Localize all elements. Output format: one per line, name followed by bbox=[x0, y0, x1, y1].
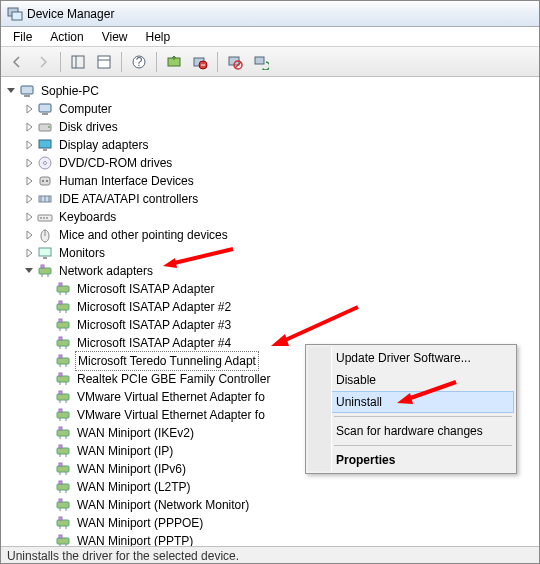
dvd-icon bbox=[37, 155, 53, 171]
network-adapter-icon bbox=[55, 407, 71, 423]
context-menu-gutter bbox=[308, 347, 332, 471]
expand-spacer bbox=[41, 517, 53, 529]
svg-rect-45 bbox=[57, 286, 69, 292]
disable-button[interactable] bbox=[223, 50, 247, 74]
hid-icon bbox=[37, 173, 53, 189]
category-label: Keyboards bbox=[57, 208, 118, 226]
category-label: Computer bbox=[57, 100, 114, 118]
svg-rect-36 bbox=[46, 217, 48, 219]
network-icon bbox=[37, 263, 53, 279]
category-mice[interactable]: Mice and other pointing devices bbox=[23, 226, 535, 244]
device-tree[interactable]: Sophie-PC ComputerDisk drivesDisplay ada… bbox=[5, 82, 535, 546]
root-node[interactable]: Sophie-PC bbox=[5, 82, 535, 100]
monitors-icon bbox=[37, 245, 53, 261]
show-hide-tree-button[interactable] bbox=[66, 50, 90, 74]
svg-rect-53 bbox=[57, 322, 69, 328]
expand-icon[interactable] bbox=[23, 139, 35, 151]
svg-rect-98 bbox=[59, 517, 62, 520]
expand-icon[interactable] bbox=[23, 103, 35, 115]
device-item[interactable]: Microsoft ISATAP Adapter #3 bbox=[41, 316, 535, 334]
expand-icon[interactable] bbox=[23, 229, 35, 241]
expand-icon[interactable] bbox=[23, 265, 35, 277]
expand-spacer bbox=[41, 355, 53, 367]
device-label: WAN Miniport (IKEv2) bbox=[75, 424, 196, 442]
svg-rect-17 bbox=[24, 95, 30, 97]
network-adapter-icon bbox=[55, 353, 71, 369]
device-item[interactable]: Microsoft ISATAP Adapter #2 bbox=[41, 298, 535, 316]
toolbar-separator bbox=[217, 52, 218, 72]
expand-icon[interactable] bbox=[23, 211, 35, 223]
disk-icon bbox=[37, 119, 53, 135]
expand-spacer bbox=[41, 427, 53, 439]
forward-button[interactable] bbox=[31, 50, 55, 74]
device-item[interactable]: Microsoft ISATAP Adapter bbox=[41, 280, 535, 298]
properties-button[interactable] bbox=[92, 50, 116, 74]
menu-help[interactable]: Help bbox=[138, 28, 179, 46]
device-label: Microsoft ISATAP Adapter #4 bbox=[75, 334, 233, 352]
svg-rect-66 bbox=[59, 373, 62, 376]
expand-spacer bbox=[41, 409, 53, 421]
category-ide[interactable]: IDE ATA/ATAPI controllers bbox=[23, 190, 535, 208]
network-adapter-icon bbox=[55, 425, 71, 441]
device-item[interactable]: WAN Miniport (L2TP) bbox=[41, 478, 535, 496]
expand-icon[interactable] bbox=[23, 157, 35, 169]
expand-spacer bbox=[41, 463, 53, 475]
expand-icon[interactable] bbox=[23, 121, 35, 133]
svg-text:?: ? bbox=[136, 55, 143, 69]
svg-rect-69 bbox=[57, 394, 69, 400]
device-item[interactable]: WAN Miniport (PPPOE) bbox=[41, 514, 535, 532]
help-button[interactable]: ? bbox=[127, 50, 151, 74]
category-monitors[interactable]: Monitors bbox=[23, 244, 535, 262]
svg-rect-1 bbox=[12, 12, 22, 20]
category-keyboards[interactable]: Keyboards bbox=[23, 208, 535, 226]
svg-rect-54 bbox=[59, 319, 62, 322]
category-network[interactable]: Network adapters bbox=[23, 262, 535, 280]
device-label: VMware Virtual Ethernet Adapter fo bbox=[75, 406, 267, 424]
network-adapter-icon bbox=[55, 389, 71, 405]
toolbar-separator bbox=[121, 52, 122, 72]
status-bar: Uninstalls the driver for the selected d… bbox=[1, 546, 539, 564]
svg-rect-19 bbox=[42, 113, 48, 115]
category-computer[interactable]: Computer bbox=[23, 100, 535, 118]
category-disk[interactable]: Disk drives bbox=[23, 118, 535, 136]
svg-rect-23 bbox=[43, 149, 47, 151]
expand-spacer bbox=[41, 283, 53, 295]
svg-rect-50 bbox=[59, 301, 62, 304]
ctx-uninstall[interactable]: Uninstall bbox=[308, 391, 514, 413]
svg-rect-58 bbox=[59, 337, 62, 340]
ctx-update-driver[interactable]: Update Driver Software... bbox=[308, 347, 514, 369]
svg-rect-15 bbox=[255, 57, 264, 64]
back-button[interactable] bbox=[5, 50, 29, 74]
device-item[interactable]: WAN Miniport (PPTP) bbox=[41, 532, 535, 546]
category-hid[interactable]: Human Interface Devices bbox=[23, 172, 535, 190]
menu-file[interactable]: File bbox=[5, 28, 40, 46]
uninstall-button[interactable] bbox=[188, 50, 212, 74]
expand-icon[interactable] bbox=[23, 175, 35, 187]
ctx-disable[interactable]: Disable bbox=[308, 369, 514, 391]
category-dvd[interactable]: DVD/CD-ROM drives bbox=[23, 154, 535, 172]
device-label: VMware Virtual Ethernet Adapter fo bbox=[75, 388, 267, 406]
category-display[interactable]: Display adapters bbox=[23, 136, 535, 154]
expand-icon[interactable] bbox=[23, 247, 35, 259]
expand-spacer bbox=[41, 319, 53, 331]
expand-spacer bbox=[41, 337, 53, 349]
ctx-scan-hardware[interactable]: Scan for hardware changes bbox=[308, 420, 514, 442]
menu-action[interactable]: Action bbox=[42, 28, 91, 46]
network-adapter-icon bbox=[55, 299, 71, 315]
svg-point-27 bbox=[42, 180, 44, 182]
update-driver-button[interactable] bbox=[162, 50, 186, 74]
expand-spacer bbox=[41, 481, 53, 493]
device-label: WAN Miniport (IPv6) bbox=[75, 460, 188, 478]
scan-hardware-button[interactable] bbox=[249, 50, 273, 74]
toolbar-separator bbox=[156, 52, 157, 72]
device-label: Microsoft ISATAP Adapter bbox=[75, 280, 216, 298]
svg-rect-94 bbox=[59, 499, 62, 502]
expand-icon[interactable] bbox=[23, 193, 35, 205]
device-item[interactable]: WAN Miniport (Network Monitor) bbox=[41, 496, 535, 514]
ctx-properties[interactable]: Properties bbox=[308, 449, 514, 471]
menu-view[interactable]: View bbox=[94, 28, 136, 46]
category-label: Disk drives bbox=[57, 118, 120, 136]
expand-icon[interactable] bbox=[5, 85, 17, 97]
svg-rect-90 bbox=[59, 481, 62, 484]
svg-rect-40 bbox=[43, 257, 47, 259]
